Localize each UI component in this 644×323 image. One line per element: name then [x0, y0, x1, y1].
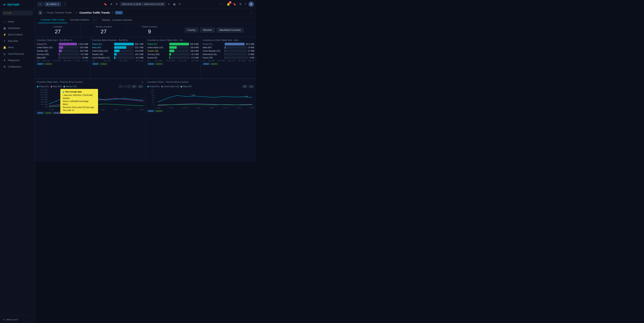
apps-btn[interactable]: ⋮⋮: [218, 2, 224, 7]
dropdown-arrow: ▾: [44, 11, 45, 14]
add-page-tab-btn[interactable]: +: [92, 18, 97, 23]
sidebar-item-quick-analysis[interactable]: ⚡ Quick Analysis: [0, 31, 35, 38]
view-toggle-btn[interactable]: ▦: [38, 11, 43, 15]
page-header: ▦ ▾ Group: Countries Trends › ☆ Countrie…: [35, 8, 256, 17]
bar-axis: 0 B05.4 MiB190.7 MiB286.1 MiB381.5 MiB47…: [203, 60, 254, 62]
timeline-title: Countries | Bytes Sent – TimeLine [M by …: [37, 81, 82, 83]
page-title-info[interactable]: ⓘ: [111, 11, 114, 14]
content-area: Countries 27 Servers countries 27 Client…: [35, 23, 256, 162]
chart-as-server: Countries as Server | Bytes Sent – Bar .…: [146, 37, 201, 79]
bar-axis: 0 B100.7 MiB572.4 MiB953.7 MiB: [92, 60, 144, 62]
netflow-tab[interactable]: ▤ netflow ▾: [44, 2, 61, 7]
filter-country-btn[interactable]: Country: [185, 28, 198, 33]
tab-statistics[interactable]: Countries Statistics: [67, 17, 92, 23]
home-icon: ⌂: [3, 20, 6, 23]
legend-row: Poland (PL) Malta (MT) Sweden (SE) ‹: [37, 85, 144, 88]
raw-data-icon: ≡: [3, 40, 6, 43]
stat-countries-value: 27: [39, 29, 77, 35]
tooltip-line2: baseline: [63, 97, 96, 100]
chart-plot: Not enough data ( data from: 9/30/2024, …: [49, 89, 144, 108]
bar-charts-grid: Countries | Bytes Sent – Bar [M by Co...…: [35, 37, 256, 79]
legend-sweden: Sweden (SE): [64, 86, 77, 88]
flows-controls: All Inv: [242, 85, 254, 88]
more-options-btn[interactable]: ⋮: [250, 11, 253, 15]
sidebar-item-asset-discovery[interactable]: ◎ Asset Discovery: [0, 51, 35, 57]
dashboards-icon: ▦: [3, 27, 6, 30]
gear-btn[interactable]: ⚙: [141, 81, 144, 84]
bar-item: Sweden (SE) 104.4 MiB: [92, 53, 144, 56]
star-btn[interactable]: ☆: [76, 11, 78, 14]
tab-traffic-trends[interactable]: Countries Traffic Trends: [38, 17, 67, 23]
tooltip-timeshift: Time shift: 7d: [63, 109, 96, 112]
alert-count: ⚠ 2: [7, 12, 11, 14]
chart-as-server-title: Countries as Server | Bytes Sent – Bar .…: [148, 39, 199, 41]
legend-malta: Malta (MT): [181, 86, 192, 88]
flows-all-btn[interactable]: All: [242, 85, 248, 88]
bar-item: Sweden (SE) 158.4 MiB: [37, 50, 88, 52]
chart-bytes-sent-title: Countries | Bytes Sent – Bar [M by Co...: [37, 39, 88, 41]
copy-btn[interactable]: ⧉: [115, 2, 118, 7]
sidebar-label-quick-analysis: Quick Analysis: [8, 33, 23, 36]
dropdown-icon: ▾: [58, 3, 59, 6]
bookmark-filter-btn[interactable]: 🔖: [103, 2, 108, 7]
sidebar-item-playground[interactable]: ✦ Playground: [0, 57, 35, 64]
page-title-area: Countries Traffic Trends ⓘ Raw: [79, 11, 123, 14]
calendar-btn[interactable]: ▦: [172, 2, 176, 7]
related-section: | Related: Countries Overview: [100, 19, 132, 21]
stat-clients-label: Clients countries: [130, 26, 168, 28]
flows-plot: 4.4 k 1.5 k: [156, 89, 254, 107]
bar-item: United States (US) 230.9 MiB: [37, 46, 88, 49]
tab-label: netflow: [50, 3, 57, 6]
inv-btn[interactable]: Inv: [138, 85, 144, 88]
bar-item: Germany (DE) 42.5 MiB: [37, 53, 88, 56]
sidebar-item-raw-data[interactable]: ≡ Raw Data: [0, 38, 35, 44]
tooltip-dot: [63, 91, 64, 93]
sidebar-item-configuration[interactable]: ⚙ Configuration ›: [0, 64, 35, 70]
prev-btn[interactable]: ‹: [119, 85, 122, 88]
related-link-overview[interactable]: Countries Overview: [112, 19, 132, 21]
sidebar-item-alerts[interactable]: 🔔 Alerts: [0, 44, 35, 51]
time-range[interactable]: 2024-10-02 11:36:00 › 2024-10-02 11:51:0…: [120, 2, 166, 6]
chart-bytes-sent-bars: Poland (PL) 1,022.8 MiB United States (U…: [37, 43, 88, 59]
topbar-middle: 🔖 ▼ ⧉ 2024-10-02 11:36:00 › 2024-10-02 1…: [68, 2, 216, 7]
alerts-icon: 🔔: [3, 46, 6, 49]
filter-btn[interactable]: ▼: [109, 2, 114, 7]
check-btn[interactable]: ✓: [37, 2, 43, 7]
pagination: ‹ 1 / 3 › All Inv: [119, 85, 144, 88]
notification-btn[interactable]: 🔔 8: [226, 2, 231, 7]
help-btn[interactable]: ?: [244, 2, 247, 7]
flows-svg: 4.4 k 1.5 k: [156, 89, 254, 106]
expand-btn[interactable]: ⊞: [256, 56, 256, 60]
legend-dot: [37, 86, 38, 87]
alert-badge[interactable]: ⚠ ⚠ 2: [2, 11, 33, 16]
stats-row: Countries 27 Servers countries 27 Client…: [35, 23, 256, 37]
refresh-btn[interactable]: ↻: [178, 2, 182, 7]
main-content: ✓ ▤ netflow ▾ + 🔖 ▼ ⧉ 2024-10-02 11:36:0…: [35, 0, 256, 162]
flows-legend: Poland (PL) United States (US) Malta (MT…: [148, 85, 254, 88]
close-time-btn[interactable]: ✕: [167, 2, 171, 7]
user-avatar[interactable]: A: [248, 2, 254, 7]
sidebar-item-dashboards[interactable]: ▦ Dashboards: [0, 25, 35, 31]
sidebar-label-asset-discovery: Asset Discovery: [8, 53, 24, 55]
bar-item: Poland (PL) 391.9 MiB: [203, 43, 254, 45]
bookmark-btn[interactable]: 🔖: [232, 2, 237, 7]
page-counter: 1 / 3: [123, 86, 126, 88]
notification-count: 8: [229, 1, 232, 4]
flows-inv-btn[interactable]: Inv: [248, 85, 254, 88]
bar-item: Malta (MT) 20 MiB: [203, 46, 254, 49]
sidebar-label-raw-data: Raw Data: [8, 40, 18, 42]
next-btn[interactable]: ›: [127, 85, 130, 88]
bar-item: Netherlands (NL) 2.5 MiB: [203, 53, 254, 56]
chart-bytes-received: Countries| Bytes Received – Bar [M by...…: [90, 37, 146, 79]
sidebar-item-home[interactable]: ⌂ Home: [0, 19, 35, 25]
timeline-header: Countries | Bytes Sent – TimeLine [M by …: [37, 81, 144, 84]
filter-blacklisted-btn[interactable]: Blacklisted Countries: [217, 28, 244, 33]
filter-direction-btn[interactable]: Direction: [200, 28, 215, 33]
settings-btn[interactable]: ⚙: [238, 2, 242, 7]
bar-item: Sweden (SE) 158.4 MiB: [148, 50, 199, 52]
all-btn[interactable]: All: [131, 85, 137, 88]
chart-bytes-sent: Countries | Bytes Sent – Bar [M by Co...…: [35, 37, 90, 79]
flows-header: Countries | Flows – TimeLine [M by Count…: [148, 81, 254, 84]
chart-as-client-bars: Poland (PL) 391.9 MiB Malta (MT) 20 MiB …: [203, 43, 254, 59]
add-tab-button[interactable]: +: [62, 2, 67, 7]
